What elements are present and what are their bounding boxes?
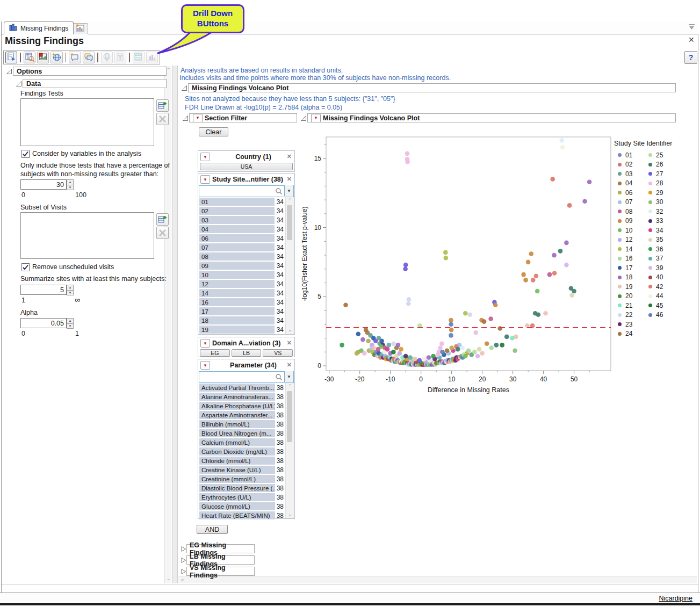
parameter-filter-row[interactable]: Glucose (mmol/L)38 — [198, 502, 294, 511]
legend-entry[interactable]: 20 — [618, 292, 632, 301]
alpha-input[interactable]: 0.05 — [20, 318, 67, 328]
legend-entry[interactable]: 09 — [618, 216, 632, 226]
options-header[interactable]: Options — [13, 67, 167, 76]
eg-missing-findings-section[interactable]: EG Missing Findings — [186, 544, 255, 553]
add-findings-tests-button[interactable] — [156, 99, 169, 112]
legend-entry[interactable]: 44 — [648, 292, 663, 301]
vs-disclosure-icon[interactable] — [181, 569, 186, 574]
section-filter-menu-button[interactable]: ▼ — [193, 114, 203, 122]
parameter-search-input[interactable]: ▼ — [199, 371, 294, 383]
legend-entry[interactable]: 24 — [618, 329, 632, 339]
legend-entry[interactable]: 45 — [648, 301, 663, 310]
panel-divider[interactable] — [172, 66, 178, 583]
legend-entry[interactable]: 30 — [648, 198, 663, 207]
lb-missing-findings-section[interactable]: LB Missing Findings — [186, 555, 255, 565]
legend-entry[interactable]: 04 — [618, 179, 632, 189]
parameter-search-dropdown[interactable]: ▼ — [284, 371, 293, 382]
data-header[interactable]: Data — [23, 79, 167, 88]
section-filter-header[interactable]: ▼ Section Filter — [189, 113, 297, 122]
legend-entry[interactable]: 32 — [648, 207, 663, 216]
alpha-spinner[interactable]: ▲▼ — [67, 318, 74, 328]
country-menu-button[interactable]: ▼ — [200, 153, 210, 161]
parameter-filter-row[interactable]: Creatine Kinase (U/L)38 — [198, 465, 294, 474]
country-item-usa[interactable]: USA — [200, 163, 293, 170]
site-filter-row[interactable]: 0334 — [198, 215, 294, 225]
legend-entry[interactable]: 42 — [648, 282, 663, 292]
legend-entry[interactable]: 46 — [648, 310, 663, 320]
legend-entry[interactable]: 14 — [618, 244, 632, 254]
legend-entry[interactable]: 37 — [648, 254, 663, 264]
site-filter-row[interactable]: 1634 — [198, 298, 294, 307]
parameter-filter-row[interactable]: Chloride (mmol/L)38 — [198, 456, 294, 465]
legend-entry[interactable]: 26 — [648, 160, 663, 170]
site-filter-scrollbar[interactable]: ⌃⌄ — [285, 197, 294, 334]
site-filter-row[interactable]: 0834 — [198, 252, 294, 261]
legend-entry[interactable]: 08 — [618, 207, 632, 216]
site-filter-row[interactable]: 0434 — [198, 225, 294, 234]
parameter-filter-row[interactable]: Creatinine (mmol/L)38 — [198, 474, 294, 483]
parameter-filter-row[interactable]: Calcium (mmol/L)38 — [198, 438, 294, 447]
parameter-filter-row[interactable]: Blood Urea Nitrogen (m...38 — [198, 429, 294, 438]
site-filter-row[interactable]: 0734 — [198, 243, 294, 252]
summarize-input[interactable]: 5 — [20, 285, 67, 295]
legend-entry[interactable]: 25 — [648, 150, 663, 160]
domain-button-eg[interactable]: EG — [200, 349, 230, 357]
parameter-filter-row[interactable]: Carbon Dioxide (mg/dL)38 — [198, 447, 294, 456]
parameter-filter-header[interactable]: ▼ Parameter (34) ✕ — [198, 359, 294, 371]
site-search-dropdown[interactable]: ▼ — [284, 185, 293, 196]
site-filter-row[interactable]: 1834 — [198, 316, 294, 325]
findings-tests-listbox[interactable] — [20, 98, 154, 146]
close-icon[interactable]: ✕ — [688, 35, 695, 44]
site-filter-row[interactable]: 0134 — [198, 197, 294, 206]
country-filter-header[interactable]: ▼ Country (1) ✕ — [198, 151, 294, 163]
site-filter-row[interactable]: 1034 — [198, 270, 294, 279]
remove-unscheduled-checkbox[interactable] — [21, 263, 30, 271]
vs-missing-findings-section[interactable]: VS Missing Findings — [186, 567, 255, 576]
legend-entry[interactable]: 02 — [618, 160, 632, 170]
site-filter-row[interactable]: 0634 — [198, 234, 294, 243]
parameter-filter-row[interactable]: Bilirubin (mmol/L)38 — [198, 420, 294, 429]
legend-entry[interactable]: 19 — [618, 282, 632, 292]
site-filter-row[interactable]: 0234 — [198, 206, 294, 215]
parameter-menu-button[interactable]: ▼ — [200, 361, 210, 370]
parameter-filter-row[interactable]: Diastolic Blood Pressure (...38 — [198, 483, 294, 493]
domain-filter-header[interactable]: ▼ Domain A...viation (3) ✕ — [198, 337, 294, 349]
legend-entry[interactable]: 07 — [618, 198, 632, 207]
legend-entry[interactable]: 16 — [618, 254, 632, 264]
legend-entry[interactable]: 35 — [648, 235, 663, 245]
add-visits-button[interactable] — [156, 213, 169, 226]
study-link[interactable]: Nicardipine — [659, 595, 692, 602]
parameter-filter-row[interactable]: Heart Rate (BEATS/MIN)38 — [198, 511, 294, 520]
site-filter-row[interactable]: 0934 — [198, 261, 294, 270]
parameter-filter-row[interactable]: Erythrocytes (U/L)38 — [198, 493, 294, 502]
section-filter-disclosure-icon[interactable] — [183, 115, 188, 121]
site-filter-row[interactable]: 1934 — [198, 325, 294, 334]
volcano-plot-menu-button[interactable]: ▼ — [311, 114, 321, 122]
domain-close-icon[interactable]: ✕ — [287, 339, 292, 346]
clear-button[interactable]: Clear — [199, 127, 228, 136]
right-panel-hscrollbar[interactable]: < — [178, 576, 697, 583]
consider-by-variables-checkbox[interactable] — [21, 150, 30, 158]
country-close-icon[interactable]: ✕ — [287, 153, 292, 160]
site-filter-header[interactable]: ▼ Study Site...ntifier (38) ✕ — [198, 174, 294, 185]
data-disclosure-icon[interactable] — [16, 81, 21, 86]
site-filter-row[interactable]: 1434 — [198, 288, 294, 298]
parameter-filter-row[interactable]: Aspartate Aminotransfer...38 — [198, 410, 294, 420]
legend-entry[interactable]: 29 — [648, 188, 663, 198]
parameter-close-icon[interactable]: ✕ — [287, 362, 292, 368]
lb-disclosure-icon[interactable] — [181, 558, 186, 563]
legend-entry[interactable]: 23 — [618, 320, 632, 329]
volcano-plot-header[interactable]: ▼ Missing Findings Volcano Plot — [307, 113, 676, 122]
data-table-button[interactable] — [24, 52, 35, 63]
legend-entry[interactable]: 10 — [618, 226, 632, 235]
eg-disclosure-icon[interactable] — [181, 546, 186, 552]
volcano-plot[interactable]: -30-20-1001020304050051015Difference in … — [299, 134, 614, 398]
percent-spinner[interactable]: ▲▼ — [67, 179, 74, 190]
legend-entry[interactable]: 39 — [648, 263, 663, 273]
left-panel-scrollbar[interactable]: ⌃ ⌄ — [164, 66, 171, 583]
site-menu-button[interactable]: ▼ — [200, 175, 210, 184]
help-button[interactable]: ? — [684, 51, 697, 64]
legend-entry[interactable]: 18 — [618, 273, 632, 283]
report-button[interactable] — [5, 52, 17, 63]
legend-entry[interactable]: 06 — [618, 188, 632, 198]
